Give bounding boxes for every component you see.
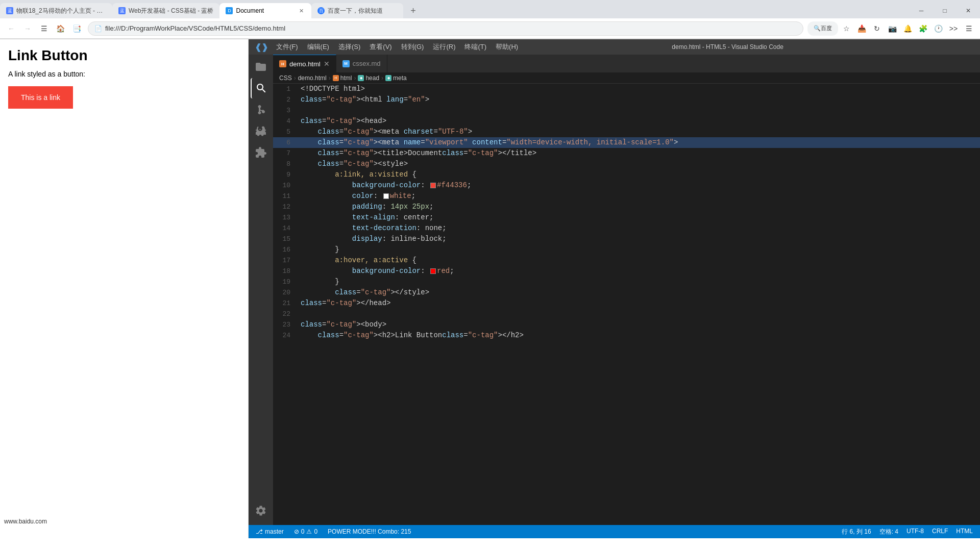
line-content-12: padding: 14px 25px; (299, 202, 980, 212)
collection-button[interactable]: 📥 (854, 21, 869, 36)
editor-tab-demo-close[interactable]: ✕ (324, 60, 330, 68)
vscode-panel: ❰❱ 文件(F) 编辑(E) 选择(S) 查看(V) 转到(G) 运行(R) 终… (249, 39, 980, 538)
line-content-14: text-decoration: none; (299, 223, 980, 234)
news-button[interactable]: 🔔 (900, 21, 915, 36)
code-line-24[interactable]: 24 class="c-tag"><h2>Link Buttonclass="c… (273, 330, 980, 341)
code-line-18[interactable]: 18 background-color: red; (273, 266, 980, 277)
new-tab-button[interactable]: + (405, 3, 421, 18)
status-git[interactable]: ⎇ master (254, 525, 286, 538)
activity-settings[interactable] (251, 500, 271, 521)
breadcrumb-demohtml[interactable]: demo.html (298, 74, 327, 82)
code-line-7[interactable]: 7 class="c-tag"><title>Documentclass="c-… (273, 148, 980, 159)
activity-search[interactable] (251, 78, 271, 98)
status-encoding[interactable]: UTF-8 (904, 528, 926, 535)
menu-goto[interactable]: 转到(G) (397, 41, 428, 53)
code-line-12[interactable]: 12 padding: 14px 25px; (273, 202, 980, 212)
line-number-8: 8 (273, 159, 299, 169)
address-bar[interactable]: 📄 file:///D:/ProgramWorkPlace/VSCode/HTM… (88, 21, 803, 36)
history-button[interactable]: 🕐 (931, 21, 945, 36)
activity-debug[interactable] (251, 121, 271, 141)
minimize-button[interactable]: ─ (910, 3, 933, 18)
forward-button[interactable]: → (20, 21, 35, 36)
menu-select[interactable]: 选择(S) (334, 41, 364, 53)
power-mode-text: POWER MODE!!! Combo: 215 (328, 528, 411, 535)
code-line-21[interactable]: 21class="c-tag"></head> (273, 298, 980, 309)
code-line-16[interactable]: 16 } (273, 244, 980, 255)
line-content-19: } (299, 277, 980, 287)
code-line-13[interactable]: 13 text-align: center; (273, 212, 980, 223)
line-content-5: class="c-tag"><meta charset="UTF-8"> (299, 127, 980, 137)
close-button[interactable]: ✕ (957, 3, 980, 18)
tab-2[interactable]: 蓝 Web开发基础 - CSS基础 - 蓝桥 (112, 3, 219, 18)
settings-button[interactable]: ☰ (962, 21, 976, 36)
preview-subtitle: A link styled as a button: (8, 70, 240, 78)
code-line-17[interactable]: 17 a:hover, a:active { (273, 255, 980, 266)
activity-git[interactable] (251, 99, 271, 120)
star-button[interactable]: ☆ (839, 21, 853, 36)
status-spaces[interactable]: 空格: 4 (877, 528, 900, 536)
code-line-8[interactable]: 8 class="c-tag"><style> (273, 159, 980, 169)
line-number-6: 6 (273, 137, 299, 148)
code-line-14[interactable]: 14 text-decoration: none; (273, 223, 980, 234)
code-line-22[interactable]: 22 (273, 309, 980, 319)
menu-run[interactable]: 运行(R) (429, 41, 459, 53)
menu-view[interactable]: 查看(V) (365, 41, 396, 53)
back-button[interactable]: ← (4, 21, 18, 36)
code-line-15[interactable]: 15 display: inline-block; (273, 234, 980, 244)
tab3-title: Document (236, 7, 294, 14)
demo-html-icon: H (279, 60, 286, 67)
code-line-4[interactable]: 4class="c-tag"><head> (273, 116, 980, 127)
tab-3[interactable]: D Document ✕ (219, 3, 311, 18)
line-number-4: 4 (273, 116, 299, 127)
breadcrumb-meta[interactable]: meta (393, 74, 407, 82)
error-count: 0 (301, 528, 305, 535)
extensions-button[interactable]: 🧩 (916, 21, 930, 36)
editor-tab-cssex-name: cssex.md (353, 60, 381, 67)
line-content-10: background-color: #f44336; (299, 180, 980, 191)
code-editor[interactable]: 1<!DOCTYPE html>2class="c-tag"><html lan… (273, 84, 980, 525)
editor-tab-demo[interactable]: H demo.html ✕ (273, 55, 336, 72)
more-button[interactable]: >> (946, 21, 961, 36)
status-line-ending[interactable]: CRLF (930, 528, 950, 535)
code-line-11[interactable]: 11 color: white; (273, 191, 980, 202)
breadcrumb-head[interactable]: head (365, 74, 379, 82)
status-language[interactable]: HTML (954, 528, 975, 535)
code-line-10[interactable]: 10 background-color: #f44336; (273, 180, 980, 191)
menu-edit[interactable]: 编辑(E) (303, 41, 333, 53)
code-line-9[interactable]: 9 a:link, a:visited { (273, 169, 980, 180)
line-number-11: 11 (273, 191, 299, 202)
code-line-19[interactable]: 19 } (273, 277, 980, 287)
editor-tab-cssex[interactable]: M cssex.md (336, 55, 387, 72)
tab-1[interactable]: 蓝 物联18_2马得劲的个人主页 - 蓝桥 (0, 3, 112, 18)
activity-files[interactable] (251, 57, 271, 77)
home-button[interactable]: 🏠 (53, 21, 67, 36)
code-line-3[interactable]: 3 (273, 105, 980, 116)
maximize-button[interactable]: □ (933, 3, 957, 18)
code-line-6[interactable]: 6 class="c-tag"><meta name="viewport" co… (273, 137, 980, 148)
tab3-close[interactable]: ✕ (297, 7, 305, 15)
bookmarks-button[interactable]: 📑 (69, 21, 84, 36)
line-content-16: } (299, 244, 980, 255)
menu-help[interactable]: 帮助(H) (492, 41, 522, 53)
status-errors[interactable]: ⊘ 0 ⚠ 0 (292, 525, 320, 538)
preview-panel: Link Button A link styled as a button: T… (0, 39, 249, 538)
code-line-1[interactable]: 1<!DOCTYPE html> (273, 84, 980, 94)
menu-terminal[interactable]: 终端(T) (460, 41, 491, 53)
code-line-5[interactable]: 5 class="c-tag"><meta charset="UTF-8"> (273, 127, 980, 137)
screenshot-button[interactable]: 📷 (885, 21, 899, 36)
code-line-23[interactable]: 23class="c-tag"><body> (273, 319, 980, 330)
tab-4[interactable]: 百 百度一下，你就知道 (311, 3, 403, 18)
activity-extensions[interactable] (251, 142, 271, 163)
code-line-20[interactable]: 20 class="c-tag"></style> (273, 287, 980, 298)
menu-file[interactable]: 文件(F) (272, 41, 302, 53)
line-number-12: 12 (273, 202, 299, 212)
breadcrumb-html[interactable]: html (340, 74, 352, 82)
baidu-search-button[interactable]: 🔍 百度 (807, 21, 838, 36)
breadcrumb-css[interactable]: CSS (279, 74, 292, 82)
refresh-button[interactable]: ↻ (870, 21, 884, 36)
link-button-demo[interactable]: This is a link (8, 86, 73, 109)
tab-menu-button[interactable]: ☰ (37, 21, 51, 36)
code-line-2[interactable]: 2class="c-tag"><html lang="en"> (273, 94, 980, 105)
preview-footer: www.baidu.com (4, 518, 47, 525)
status-line-col[interactable]: 行 6, 列 16 (840, 528, 873, 536)
